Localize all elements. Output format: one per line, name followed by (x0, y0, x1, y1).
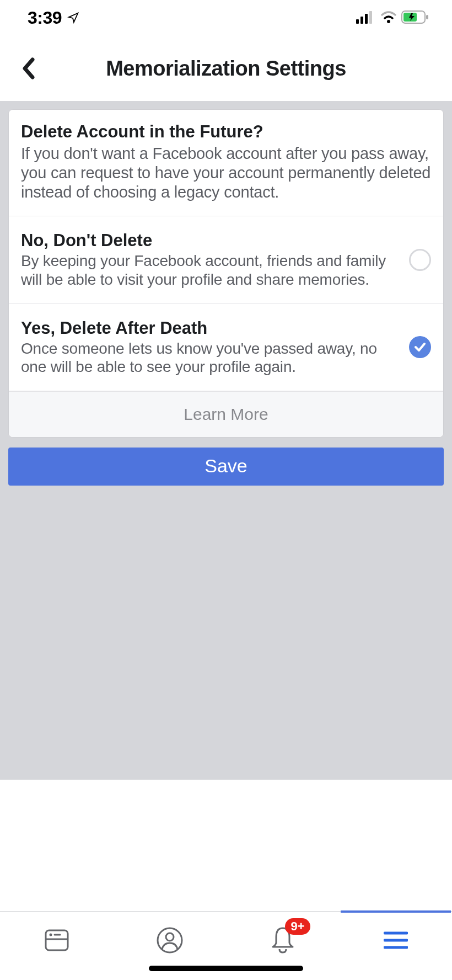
svg-rect-1 (360, 17, 363, 24)
time-label: 3:39 (28, 8, 62, 28)
profile-icon (156, 926, 184, 954)
wifi-icon (380, 10, 397, 26)
tab-profile[interactable] (153, 924, 186, 957)
tab-newsfeed[interactable] (40, 924, 73, 957)
status-time: 3:39 (28, 8, 79, 28)
svg-rect-7 (46, 930, 68, 950)
battery-icon (401, 10, 430, 26)
tab-menu[interactable] (379, 924, 412, 957)
svg-rect-0 (356, 19, 359, 24)
nav-header: Memorialization Settings (0, 36, 452, 101)
option-title: No, Don't Delete (21, 231, 402, 251)
status-bar: 3:39 (0, 0, 452, 36)
option-text: Yes, Delete After Death Once someone let… (21, 318, 402, 376)
active-tab-indicator (341, 910, 451, 913)
option-no-delete[interactable]: No, Don't Delete By keeping your Faceboo… (9, 216, 443, 303)
section-heading: Delete Account in the Future? (21, 122, 431, 142)
save-button[interactable]: Save (8, 448, 444, 486)
newsfeed-icon (44, 927, 70, 954)
delete-account-section: Delete Account in the Future? If you don… (9, 110, 443, 216)
radio-unselected-icon (409, 249, 431, 271)
svg-point-9 (49, 934, 52, 936)
notification-badge: 9+ (285, 918, 310, 935)
option-text: No, Don't Delete By keeping your Faceboo… (21, 231, 402, 289)
page-title: Memorialization Settings (106, 57, 346, 81)
location-icon (67, 8, 79, 28)
radio-selected-icon (409, 336, 431, 358)
home-indicator[interactable] (149, 966, 303, 971)
chevron-left-icon (21, 57, 36, 79)
option-title: Yes, Delete After Death (21, 318, 402, 338)
section-description: If you don't want a Facebook account aft… (21, 144, 431, 201)
hamburger-icon (384, 931, 408, 950)
cellular-signal-icon (356, 10, 376, 26)
svg-rect-2 (365, 14, 368, 24)
svg-rect-5 (426, 15, 428, 19)
svg-rect-3 (369, 11, 372, 24)
settings-card: Delete Account in the Future? If you don… (8, 109, 444, 438)
tab-notifications[interactable]: 9+ (266, 924, 299, 957)
option-description: Once someone lets us know you've passed … (21, 339, 402, 376)
back-button[interactable] (15, 55, 42, 82)
option-yes-delete[interactable]: Yes, Delete After Death Once someone let… (9, 304, 443, 391)
content-area: Delete Account in the Future? If you don… (0, 101, 452, 780)
learn-more-button[interactable]: Learn More (9, 391, 443, 437)
svg-point-12 (166, 933, 174, 941)
option-description: By keeping your Facebook account, friend… (21, 252, 402, 289)
status-indicators (356, 10, 430, 26)
